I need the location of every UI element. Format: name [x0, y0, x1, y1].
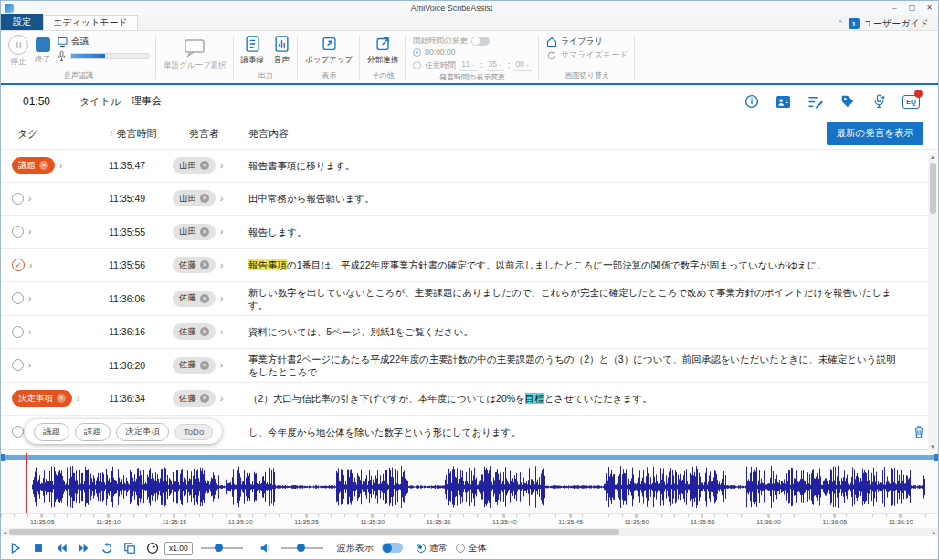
- tag-checked-icon[interactable]: ✓: [12, 259, 25, 271]
- tag-circle-icon[interactable]: [12, 193, 24, 205]
- utterance-content[interactable]: 報告書事項に移ります。: [248, 159, 938, 172]
- expand-speaker-chevron[interactable]: ›: [220, 260, 223, 270]
- radio-whole[interactable]: 全体: [456, 542, 487, 555]
- expand-speaker-chevron[interactable]: ›: [220, 327, 223, 337]
- utterance-content[interactable]: 新しい数字を出していないところが、主要課題にありましたので、これらが完全に確定し…: [248, 286, 938, 312]
- waveform-scrollbar-thumb[interactable]: [9, 529, 619, 535]
- utterance-row[interactable]: 議題✕› 11:35:47 山田✕› 報告書事項に移ります。: [1, 149, 938, 183]
- copy-button[interactable]: [122, 541, 137, 555]
- speed-slider[interactable]: [201, 547, 243, 549]
- info-button[interactable]: [743, 94, 760, 110]
- radio-normal[interactable]: 通常: [417, 542, 448, 555]
- edit-list-button[interactable]: [807, 94, 824, 110]
- minute-select[interactable]: 35⌄: [487, 58, 505, 71]
- tag-circle-icon[interactable]: [12, 359, 24, 371]
- utterance-row[interactable]: 決定事項✕› 11:36:34 佐藤✕› （2）大口与信比率の引き下げですが、本…: [1, 383, 938, 417]
- expand-speaker-chevron[interactable]: ›: [220, 194, 223, 204]
- utterance-content[interactable]: 報告します。: [248, 226, 938, 238]
- utterance-row[interactable]: › 11:36:20 佐藤✕› 事業方針書2ページにあたる平成22年度の主要計数…: [1, 349, 938, 383]
- remove-speaker-icon[interactable]: ✕: [200, 194, 209, 203]
- speaker-pill[interactable]: 佐藤✕: [173, 390, 216, 407]
- scroll-left-icon[interactable]: ◂: [1, 528, 9, 536]
- header-tag[interactable]: タグ: [1, 127, 109, 141]
- remove-speaker-icon[interactable]: ✕: [200, 327, 209, 336]
- scrollbar-thumb[interactable]: [930, 163, 936, 214]
- tag-circle-icon[interactable]: [12, 292, 24, 304]
- tab-settings[interactable]: 設定: [1, 14, 43, 30]
- speaker-pill[interactable]: 山田✕: [173, 157, 216, 174]
- header-content[interactable]: 発言内容: [248, 127, 827, 141]
- close-button[interactable]: ✕: [921, 4, 938, 12]
- eq-search-button[interactable]: EQ: [902, 94, 920, 110]
- external-link-button[interactable]: 外部連携: [367, 35, 398, 66]
- utterance-row[interactable]: › 11:35:55 山田✕› 報告します。: [1, 216, 938, 249]
- speed-slider-handle[interactable]: [215, 544, 223, 552]
- utterance-content[interactable]: 田中常務から報告願います。: [248, 192, 938, 205]
- remove-speaker-icon[interactable]: ✕: [200, 227, 209, 237]
- collapse-ribbon-icon[interactable]: ⌃: [837, 19, 844, 28]
- utterance-content[interactable]: 事業方針書2ページにあたる平成22年度の主要計数の中の主要課題のうちの（2）と（…: [248, 353, 938, 378]
- remove-speaker-icon[interactable]: ✕: [200, 161, 209, 170]
- expand-row-chevron[interactable]: ›: [28, 327, 31, 337]
- tag-pill[interactable]: 議題✕: [12, 157, 55, 174]
- header-time[interactable]: ↑ 発言時間: [109, 127, 173, 141]
- remove-tag-icon[interactable]: ✕: [57, 394, 66, 403]
- scroll-right-icon[interactable]: ▸: [930, 528, 938, 536]
- minimize-button[interactable]: –: [886, 4, 903, 12]
- tag-pill[interactable]: 決定事項✕: [12, 390, 72, 407]
- table-scrollbar[interactable]: ▲ ▼: [928, 153, 937, 451]
- tag-circle-icon[interactable]: [12, 326, 24, 338]
- tag-button[interactable]: [839, 94, 856, 110]
- add-voice-button[interactable]: [870, 94, 888, 110]
- tag-option[interactable]: 議題: [34, 423, 69, 441]
- speaker-pill[interactable]: 佐藤✕: [173, 257, 216, 273]
- expand-row-chevron[interactable]: ›: [28, 227, 31, 237]
- end-recording-button[interactable]: [36, 37, 50, 52]
- stop-button[interactable]: [31, 541, 46, 555]
- utterance-row[interactable]: › 11:35:49 山田✕› 田中常務から報告願います。: [1, 183, 938, 217]
- user-guide-link[interactable]: ユーザーガイド: [864, 17, 929, 30]
- header-speaker[interactable]: 発言者: [173, 127, 248, 141]
- delete-utterance-icon[interactable]: [913, 425, 925, 442]
- summarize-mode-button[interactable]: サマライズモード: [546, 48, 628, 62]
- waveform-display-toggle[interactable]: [382, 543, 403, 553]
- expand-row-chevron[interactable]: ›: [28, 293, 31, 303]
- volume-slider[interactable]: [281, 547, 323, 549]
- zero-time-radio[interactable]: [413, 48, 421, 57]
- rewind-button[interactable]: [54, 541, 69, 555]
- remove-tag-icon[interactable]: ✕: [39, 161, 48, 170]
- arbitrary-time-radio[interactable]: [413, 61, 421, 69]
- volume-slider-handle[interactable]: [297, 544, 305, 552]
- expand-speaker-chevron[interactable]: ›: [220, 227, 223, 237]
- speed-value[interactable]: x1.00: [164, 542, 193, 555]
- expand-speaker-chevron[interactable]: ›: [220, 394, 223, 404]
- waveform-scrollbar[interactable]: ◂ ▸: [1, 528, 938, 536]
- waveform-canvas[interactable]: [1, 462, 939, 512]
- word-group-select-button[interactable]: 単語グループ選択: [156, 31, 234, 83]
- stop-label[interactable]: 停止: [11, 57, 26, 68]
- speaker-pill[interactable]: 佐藤✕: [173, 357, 216, 374]
- maximize-button[interactable]: ▢: [903, 4, 921, 12]
- tag-circle-icon[interactable]: [12, 426, 24, 438]
- expand-speaker-chevron[interactable]: ›: [220, 161, 223, 171]
- speaker-pill[interactable]: 佐藤✕: [173, 291, 216, 307]
- utterance-content[interactable]: し、今年度から地公体を除いた数字という形にしております。: [248, 426, 938, 438]
- pause-button[interactable]: [8, 35, 28, 55]
- hour-select[interactable]: 11⌄: [459, 58, 477, 71]
- expand-speaker-chevron[interactable]: ›: [220, 293, 223, 303]
- expand-row-chevron[interactable]: ›: [29, 260, 32, 270]
- utterance-content[interactable]: 資料については、5ページ、別紙1をご覧ください。: [248, 325, 938, 338]
- speaker-list-button[interactable]: [775, 94, 792, 110]
- utterance-content[interactable]: （2）大口与信比率の引き下げですが、本年度については20%を目標とさせていただき…: [248, 392, 938, 405]
- speaker-pill[interactable]: 佐藤✕: [173, 323, 216, 340]
- export-minutes-button[interactable]: 議事録: [241, 35, 265, 66]
- remove-speaker-icon[interactable]: ✕: [200, 260, 209, 269]
- export-audio-button[interactable]: 音声: [273, 35, 290, 66]
- scroll-down-icon[interactable]: ▼: [928, 442, 937, 451]
- tag-circle-icon[interactable]: [12, 226, 24, 238]
- remove-speaker-icon[interactable]: ✕: [200, 394, 209, 403]
- tag-option[interactable]: 課題: [75, 423, 111, 441]
- expand-row-chevron[interactable]: ›: [28, 194, 31, 204]
- fast-forward-button[interactable]: [77, 541, 91, 555]
- utterance-row[interactable]: › し、今年度から地公体を除いた数字という形にしております。 議題課題決定事項T…: [1, 416, 938, 449]
